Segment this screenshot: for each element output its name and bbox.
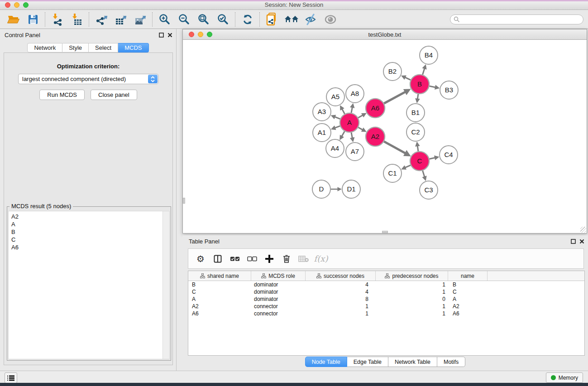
graph-node-C2[interactable]: C2 [406, 123, 425, 141]
tab-mcds[interactable]: MCDS [118, 43, 148, 52]
import-table-icon[interactable] [67, 11, 86, 28]
zoom-fit-icon[interactable] [194, 11, 213, 28]
table-row[interactable]: A6connector11A6 [188, 310, 584, 317]
zoom-out-icon[interactable] [174, 11, 194, 28]
graph-edge-C-C1[interactable] [401, 165, 411, 170]
column-header-name[interactable]: name [448, 271, 488, 281]
table-row[interactable]: A2connector11A2 [188, 303, 584, 310]
import-network-icon[interactable] [48, 11, 67, 28]
network-canvas[interactable]: B4B2BB3A8A5A6A3B1AA1C2A2A4A7C4CC1C3DD1 [183, 40, 587, 233]
graph-edge-B-B3[interactable] [430, 85, 440, 90]
table-row[interactable]: Bdominator41B [188, 281, 584, 288]
column-icon[interactable] [210, 251, 225, 267]
criterion-dropdown[interactable]: largest connected component (directed) [18, 74, 158, 84]
graph-node-A1[interactable]: A1 [313, 124, 331, 142]
column-header-shared-name[interactable]: shared name [188, 271, 251, 281]
float-panel-icon[interactable] [571, 239, 576, 244]
close-panel-icon[interactable] [167, 33, 172, 38]
graph-edge-B-B4[interactable] [422, 64, 427, 75]
table-row[interactable]: Cdominator41C [188, 288, 584, 295]
function-icon[interactable]: f(x) [313, 251, 329, 267]
close-panel-button[interactable]: Close panel [91, 90, 137, 100]
graph-edge-B-B2[interactable] [401, 76, 411, 80]
graph-node-C3[interactable]: C3 [420, 181, 438, 199]
close-panel-icon[interactable] [579, 239, 584, 244]
graph-node-C1[interactable]: C1 [383, 164, 402, 182]
graph-node-B[interactable]: B [410, 75, 429, 94]
network-file-icon[interactable] [262, 11, 282, 28]
result-scrollbar[interactable] [163, 211, 169, 359]
hide-style-icon[interactable] [301, 11, 320, 28]
graph-node-D1[interactable]: D1 [342, 180, 360, 198]
graph-edge-B-B1[interactable] [415, 94, 420, 103]
run-mcds-button[interactable]: Run MCDS [39, 90, 85, 100]
result-item[interactable]: A6 [9, 243, 162, 251]
tab-node-table[interactable]: Node Table [305, 357, 347, 367]
float-panel-icon[interactable] [159, 33, 164, 38]
graph-node-A5[interactable]: A5 [326, 88, 344, 106]
column-header-successor-nodes[interactable]: successor nodes [306, 271, 376, 281]
graph-edge-A6-B[interactable] [384, 89, 411, 103]
gear-icon[interactable]: ⚙ [193, 251, 208, 267]
graph-edge-C-C3[interactable] [422, 171, 427, 181]
splitter-handle[interactable] [183, 198, 185, 204]
tab-style[interactable]: Style [62, 43, 89, 52]
delete-table-icon[interactable] [296, 251, 311, 267]
graph-node-C[interactable]: C [410, 152, 429, 171]
export-network-icon[interactable] [91, 11, 111, 28]
graph-edge-A-A8[interactable] [350, 103, 354, 113]
refresh-layout-icon[interactable] [238, 11, 257, 28]
tab-select[interactable]: Select [89, 43, 118, 52]
export-image-icon[interactable] [130, 11, 150, 28]
graph-node-B2[interactable]: B2 [383, 62, 402, 81]
graph-node-A8[interactable]: A8 [346, 85, 364, 103]
graph-edge-A2-C[interactable] [384, 142, 411, 157]
search-input[interactable] [450, 14, 583, 24]
graph-edge-A-A1[interactable] [331, 125, 340, 130]
zoom-selected-icon[interactable] [213, 11, 233, 28]
task-history-button[interactable] [5, 372, 17, 383]
save-icon[interactable] [23, 11, 43, 28]
tab-motifs[interactable]: Motifs [437, 357, 465, 367]
result-item[interactable]: B [9, 228, 162, 236]
graph-edge-A-A2[interactable] [358, 128, 366, 132]
home-icon[interactable] [282, 11, 301, 28]
graph-node-A6[interactable]: A6 [366, 99, 385, 118]
memory-button[interactable]: Memory [546, 372, 583, 383]
graph-node-A7[interactable]: A7 [346, 143, 364, 161]
deselect-all-icon[interactable] [244, 251, 260, 267]
graph-edge-A-A3[interactable] [331, 115, 340, 119]
open-folder-icon[interactable] [4, 11, 23, 28]
graph-node-A2[interactable]: A2 [366, 127, 385, 146]
graph-edge-D-D1[interactable] [331, 187, 342, 191]
tab-network[interactable]: Network [27, 43, 62, 52]
graph-edge-A-A6[interactable] [358, 113, 367, 118]
column-header-MCDS-role[interactable]: MCDS role [251, 271, 306, 281]
graph-node-D[interactable]: D [312, 180, 330, 198]
graph-edge-A-A7[interactable] [350, 133, 354, 143]
tab-network-table[interactable]: Network Table [388, 357, 437, 367]
add-icon[interactable] [262, 251, 277, 267]
eye-icon[interactable] [320, 11, 340, 28]
result-item[interactable]: A2 [9, 213, 162, 220]
graph-node-B4[interactable]: B4 [420, 46, 438, 64]
graph-node-B3[interactable]: B3 [440, 81, 458, 99]
network-window-titlebar[interactable]: testGlobe.txt [183, 29, 587, 40]
select-all-icon[interactable] [227, 251, 243, 267]
graph-node-B1[interactable]: B1 [406, 104, 425, 122]
delete-icon[interactable] [279, 251, 294, 267]
tab-edge-table[interactable]: Edge Table [347, 357, 388, 367]
graph-edge-C-C2[interactable] [415, 142, 420, 151]
table-row[interactable]: Adominator80A [188, 295, 584, 303]
graph-node-A[interactable]: A [340, 113, 359, 132]
result-item[interactable]: C [9, 236, 162, 243]
result-item[interactable]: A [9, 220, 162, 228]
graph-node-C4[interactable]: C4 [440, 146, 458, 164]
zoom-in-icon[interactable] [155, 11, 174, 28]
graph-edge-A-A4[interactable] [339, 131, 344, 140]
graph-node-A3[interactable]: A3 [313, 103, 331, 121]
graph-node-A4[interactable]: A4 [326, 139, 344, 157]
column-header-predecessor-nodes[interactable]: predecessor nodes [376, 271, 448, 281]
graph-edge-A-A5[interactable] [340, 105, 344, 114]
export-table-icon[interactable] [111, 11, 130, 28]
